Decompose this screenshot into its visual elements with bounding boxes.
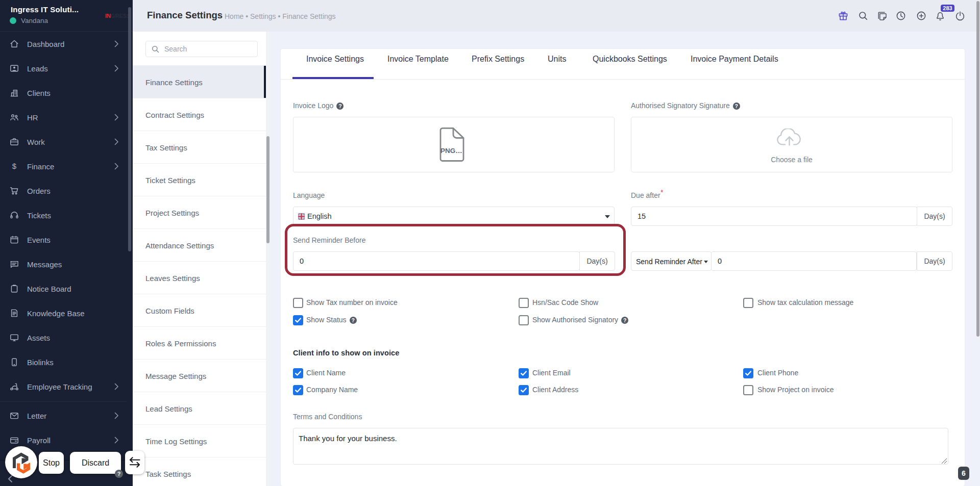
svg-text:PNG…: PNG…: [440, 147, 462, 155]
svg-text:$: $: [12, 162, 17, 170]
